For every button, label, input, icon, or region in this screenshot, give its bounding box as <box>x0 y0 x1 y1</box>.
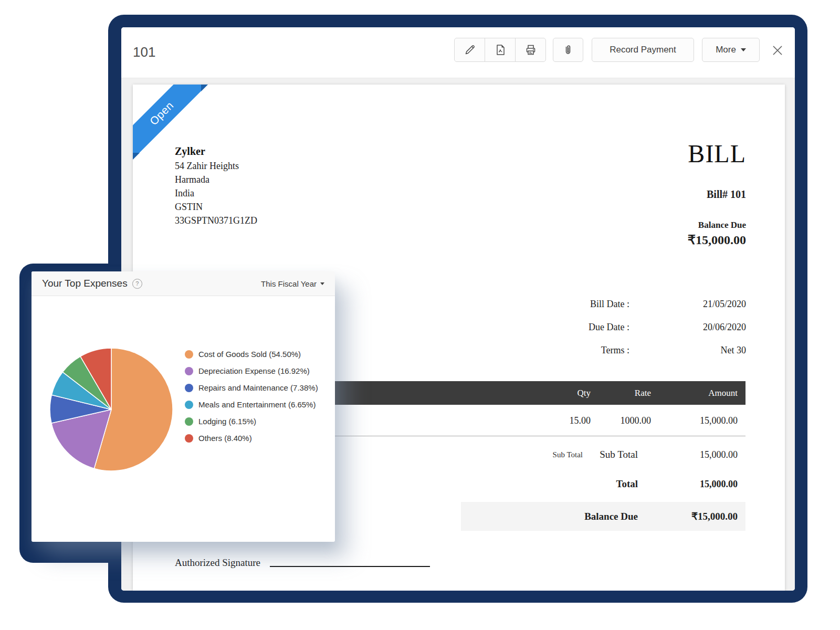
legend-item: Meals and Entertainment (6.65%) <box>185 400 318 410</box>
legend-dot <box>185 417 193 426</box>
pdf-icon <box>494 44 507 56</box>
page: 101 <box>0 0 840 630</box>
due-date-value: 20/06/2020 <box>629 322 746 337</box>
amount-header: Amount <box>708 388 738 398</box>
balance-due-row-label: Balance Due <box>584 502 638 531</box>
legend-item: Others (8.40%) <box>185 433 318 443</box>
legend-dot <box>185 434 193 443</box>
bill-meta: Bill Date : 21/05/2020 Due Date : 20/06/… <box>556 299 746 368</box>
caret-down-icon <box>320 282 324 285</box>
legend-label: Lodging (6.15%) <box>198 417 256 426</box>
terms-value: Net 30 <box>629 345 746 360</box>
edit-button[interactable] <box>455 38 485 61</box>
record-payment-button[interactable]: Record Payment <box>592 38 694 62</box>
sub-total-value: 15,000.00 <box>700 447 738 462</box>
sub-total-small-label: Sub Total <box>553 447 583 462</box>
legend-label: Others (8.40%) <box>198 434 252 443</box>
bill-toolbar: 101 <box>121 27 795 78</box>
help-icon[interactable]: ? <box>132 279 142 289</box>
vendor-name: Zylker <box>175 143 257 159</box>
bill-date-value: 21/05/2020 <box>629 299 746 313</box>
pie-chart-svg <box>48 346 174 472</box>
bill-number: Bill# 101 <box>707 188 746 201</box>
legend-item: Repairs and Maintenance (7.38%) <box>185 383 318 393</box>
due-date-row: Due Date : 20/06/2020 <box>556 322 746 337</box>
total-label: Total <box>616 477 638 491</box>
legend-item: Depreciation Expense (16.92%) <box>185 366 318 376</box>
close-button[interactable] <box>769 42 786 59</box>
paperclip-icon <box>562 44 574 56</box>
printer-icon <box>524 44 537 56</box>
due-date-label: Due Date : <box>556 322 629 337</box>
sub-total-label: Sub Total <box>600 447 638 462</box>
pencil-icon <box>464 44 476 56</box>
toolbar-button-group <box>454 38 546 62</box>
legend-item: Cost of Goods Sold (54.50%) <box>185 349 318 359</box>
signature-block: Authorized Signature <box>175 557 430 569</box>
legend-dot <box>185 384 193 392</box>
authorized-signature-label: Authorized Signature <box>175 557 260 569</box>
vendor-address-block: Zylker 54 Zahir Heights Harmada India GS… <box>175 143 257 227</box>
ribbon-fold-left <box>133 153 140 160</box>
terms-label: Terms : <box>556 345 629 360</box>
vendor-address-line: India <box>175 186 257 200</box>
balance-due-row-value: ₹15,000.00 <box>691 502 738 531</box>
top-expenses-header: Your Top Expenses ? This Fiscal Year <box>32 271 335 296</box>
balance-due-value: ₹15,000.00 <box>688 233 746 247</box>
close-icon <box>771 44 784 57</box>
legend-dot <box>185 401 193 409</box>
ribbon-fold-top <box>201 85 208 91</box>
vendor-address-line: 54 Zahir Heights <box>175 159 257 173</box>
top-expenses-title: Your Top Expenses <box>42 278 128 289</box>
pie-legend: Cost of Goods Sold (54.50%) Depreciation… <box>185 349 318 450</box>
legend-label: Meals and Entertainment (6.65%) <box>198 400 316 409</box>
signature-line <box>270 557 430 567</box>
rate-header: Rate <box>635 388 651 398</box>
balance-due-label: Balance Due <box>698 220 746 230</box>
caret-down-icon <box>741 48 746 51</box>
vendor-address-line: Harmada <box>175 173 257 186</box>
attachments-button[interactable] <box>553 38 583 62</box>
legend-label: Depreciation Expense (16.92%) <box>198 366 310 375</box>
legend-label: Cost of Goods Sold (54.50%) <box>198 350 301 359</box>
export-pdf-button[interactable] <box>485 38 515 61</box>
period-selector[interactable]: This Fiscal Year <box>261 279 324 288</box>
vendor-address-line: 33GSPTN0371G1ZD <box>175 214 257 227</box>
rate-cell: 1000.00 <box>621 415 652 426</box>
document-title: BILL <box>688 139 746 168</box>
qty-cell: 15.00 <box>570 415 591 426</box>
legend-dot <box>185 367 193 375</box>
amount-cell: 15,000.00 <box>700 415 738 426</box>
top-expenses-card: Your Top Expenses ? This Fiscal Year Cos… <box>32 271 335 542</box>
more-button[interactable]: More <box>702 38 760 62</box>
terms-row: Terms : Net 30 <box>556 345 746 360</box>
legend-dot <box>185 350 193 359</box>
period-selector-label: This Fiscal Year <box>261 279 317 288</box>
total-value: 15,000.00 <box>700 477 738 491</box>
bill-number-title: 101 <box>133 44 155 60</box>
bill-date-row: Bill Date : 21/05/2020 <box>556 299 746 313</box>
balance-due-row: Balance Due ₹15,000.00 <box>461 502 746 531</box>
legend-item: Lodging (6.15%) <box>185 416 318 426</box>
legend-label: Repairs and Maintenance (7.38%) <box>198 383 318 392</box>
bill-date-label: Bill Date : <box>556 299 629 313</box>
expenses-pie-chart <box>48 346 174 472</box>
more-label: More <box>716 45 736 55</box>
qty-header: Qty <box>578 388 591 398</box>
record-payment-label: Record Payment <box>610 45 676 55</box>
vendor-address-line: GSTIN <box>175 200 257 214</box>
print-button[interactable] <box>515 38 545 61</box>
